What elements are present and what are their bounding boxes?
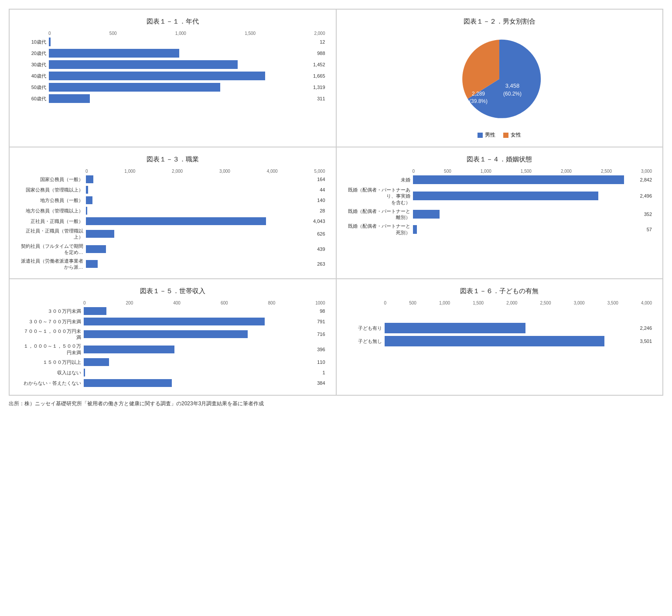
pie-male-pct: (60.2%) [503,91,522,97]
chart-1-3-title: 図表１－３．職業 [20,155,325,164]
bar-value: 352 [644,212,652,217]
bar-value: 396 [317,347,325,352]
chart-1-1-title: 図表１－１．年代 [20,17,325,26]
bar-container [413,175,636,184]
bar-fill [49,49,179,58]
bar-value: 98 [320,308,325,314]
table-row: 60歳代311 [20,94,325,103]
bar-value: 4,043 [313,219,325,224]
bar-label: 既婚（配偶者・パートナーと離別） [347,208,410,221]
bar-container [86,196,313,204]
bar-container [84,358,313,366]
bar-label: 契約社員（フルタイムで期間を定め… [20,243,83,256]
table-row: 収入はない1 [20,369,325,376]
bar-value: 716 [317,332,325,337]
bar-label: １５００万円以上 [20,359,81,365]
bar-label: 子ども有り [347,325,382,331]
bar-label: 10歳代 [20,39,46,45]
bar-label: ７００～１，０００万円未満 [20,328,81,341]
bar-container [84,369,318,376]
bar-fill [84,379,172,387]
bar-container [84,318,313,325]
chart-1-4: 図表１－４．婚姻状態 0 500 1,000 1,500 2,000 2,500… [336,147,663,279]
bar-fill [413,175,624,184]
bar-value: 439 [317,246,325,252]
bar-container [413,225,642,234]
bar-container [84,330,313,338]
bar-container [49,72,309,80]
table-row: 未婚2,842 [347,175,652,184]
bar-container [49,94,313,103]
bar-label: 正社員・正職員（一般） [20,218,83,224]
bar-container [86,245,313,253]
chart-1-5-xticks: 0 200 400 600 800 1000 [83,301,325,305]
bar-container [49,60,309,69]
chart-1-1: 図表１－１．年代 0 500 1,000 1,500 2,000 10歳代122… [9,9,336,147]
chart-1-2-title: 図表１－２．男女別割合 [347,17,652,26]
bar-container [49,49,313,58]
bar-value: 988 [317,51,325,56]
table-row: 子ども有り2,246 [347,323,652,333]
bar-container [84,307,315,315]
table-row: 40歳代1,665 [20,72,325,80]
bar-fill [86,175,93,183]
table-row: １５００万円以上110 [20,358,325,366]
pie-chart-svg: 3,458 (60.2%) 2,289 (39.8%) [443,31,556,127]
bar-fill [84,358,109,366]
footer-text: 出所：株）ニッセイ基礎研究所「被用者の働き方と健康に関する調査」の2023年3月… [9,400,663,407]
chart-1-3-bars: 国家公務員（一般）164国家公務員（管理職以上）44地方公務員（一般）140地方… [20,175,325,270]
bar-label: 収入はない [20,370,81,376]
table-row: ７００～１，０００万円未満716 [20,328,325,341]
bar-fill [49,38,51,46]
bar-fill [86,260,98,268]
bar-container [86,207,315,215]
bar-value: 140 [317,198,325,203]
bar-container [385,323,636,333]
chart-1-5: 図表１－５．世帯収入 0 200 400 600 800 1000 ３００万円未… [9,279,336,395]
bar-container [84,379,313,387]
chart-1-2: 図表１－２．男女別割合 3,458 (60.2%) 2,289 (39.8%) [336,9,663,147]
bar-value: 626 [317,231,325,236]
table-row: 地方公務員（一般）140 [20,196,325,204]
bar-container [49,38,315,46]
bar-value: 2,496 [640,193,652,198]
bar-fill [49,60,238,69]
table-row: 既婚（配偶者・パートナーと死別）57 [347,223,652,236]
bar-container [413,210,640,219]
bar-value: 384 [317,380,325,386]
bar-label: 既婚（配偶者・パートナーあり、事実婚 を含む） [347,187,410,205]
bar-label: 子ども無し [347,338,382,344]
bar-fill [86,196,92,204]
chart-1-6-xticks: 0 500 1,000 1,500 2,000 2,500 3,000 3,50… [384,301,652,305]
bar-value: 2,246 [640,325,652,331]
bar-value: 110 [317,359,325,365]
bar-fill [86,217,266,225]
chart-1-5-title: 図表１－５．世帯収入 [20,287,325,295]
bar-label: 40歳代 [20,73,46,79]
bar-label: 国家公務員（一般） [20,176,83,182]
bar-fill [413,225,417,234]
table-row: 国家公務員（一般）164 [20,175,325,183]
bar-label: ３００～７００万円未満 [20,318,81,325]
bar-value: 3,501 [640,339,652,344]
pie-female-pct: (39.8%) [469,98,488,104]
legend-female-label: 女性 [511,131,521,139]
bar-container [84,346,313,353]
table-row: 正社員・正職員（一般）4,043 [20,217,325,225]
bar-label: 50歳代 [20,84,46,90]
chart-1-4-xticks: 0 500 1,000 1,500 2,000 2,500 3,000 [413,169,652,174]
bar-label: ３００万円未満 [20,308,81,314]
table-row: 既婚（配偶者・パートナーあり、事実婚 を含む）2,496 [347,187,652,205]
bar-container [49,83,309,92]
bar-value: 311 [317,96,325,101]
bar-label: 既婚（配偶者・パートナーと死別） [347,223,410,236]
table-row: 契約社員（フルタイムで期間を定め…439 [20,243,325,256]
table-row: 正社員・正職員（管理職以上）626 [20,228,325,240]
bar-label: 未婚 [347,177,410,183]
bar-fill [86,245,106,253]
pie-container: 3,458 (60.2%) 2,289 (39.8%) 男性 女性 [347,31,652,139]
table-row: ３００～７００万円未満791 [20,318,325,325]
bar-container [413,192,636,200]
bar-label: 20歳代 [20,50,46,56]
bar-value: 263 [317,261,325,267]
